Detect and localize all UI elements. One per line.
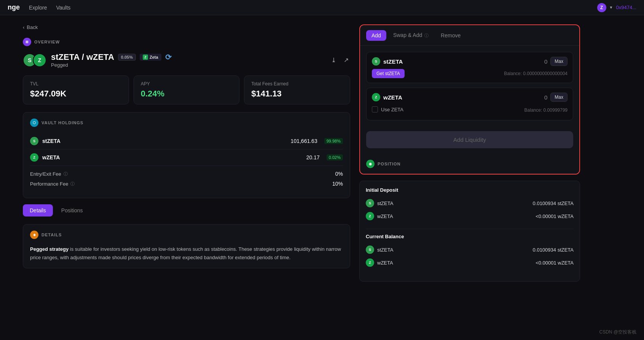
action-tab-add[interactable]: Add — [366, 30, 386, 41]
token-input-section: S stZETA Max Get stZETA Balance: 0.00000… — [360, 46, 579, 131]
position-section-icon: ◉ — [366, 160, 375, 168]
holdings-stzeta-pct: 99.98% — [324, 138, 343, 144]
vault-holdings-header: ⬡ VAULT HOLDINGS — [30, 119, 343, 127]
stzeta-input-icon: S — [372, 57, 380, 66]
arrows-icon: ⟳ — [165, 53, 172, 62]
use-zeta-row: Use ZETA — [372, 105, 403, 115]
stzeta-input-label: stZETA — [383, 58, 403, 65]
overview-section-label: OVERVIEW — [34, 40, 60, 44]
wzeta-max-button[interactable]: Max — [550, 93, 567, 102]
stzeta-balance-text: Balance: 0.0000000000000004 — [504, 71, 567, 76]
holdings-wzeta-amount: 20.17 — [306, 154, 320, 160]
nav-explore[interactable]: Explore — [29, 5, 47, 11]
pair-header: S Z stZETA / wZETA 0.05% Z Zeta ⟳ Pegged… — [23, 52, 350, 68]
initial-stzeta-label: stZETA — [377, 200, 393, 206]
main-container: ‹ Back ⊞ OVERVIEW S Z stZETA / wZETA 0.0… — [0, 15, 644, 291]
wallet-area: Z ▼ 0x9474... — [597, 3, 636, 12]
position-section-label: POSITION — [378, 162, 401, 166]
holdings-wzeta-pct: 0.02% — [327, 154, 343, 160]
position-content: Initial Deposit S stZETA 0.0100934 stZET… — [360, 181, 580, 281]
fees-card: Total Fees Earned $141.13 — [244, 75, 350, 104]
details-section: ◈ DETAILS Pegged strategy is suitable fo… — [23, 224, 350, 268]
back-label: Back — [27, 24, 38, 30]
holdings-wzeta-icon: Z — [30, 153, 38, 162]
tvl-value: $247.09K — [30, 89, 122, 99]
fee-badge: 0.05% — [118, 54, 136, 61]
watermark: CSDN @空投客栈 — [599, 329, 636, 335]
current-wzeta-icon: Z — [366, 258, 374, 267]
back-arrow-icon: ‹ — [23, 24, 24, 30]
vault-section-icon: ⬡ — [30, 119, 38, 127]
apy-value: 0.24% — [141, 89, 233, 99]
use-zeta-checkbox[interactable] — [372, 106, 378, 112]
tvl-card: TVL $247.09K — [23, 75, 129, 104]
performance-fee-info-icon[interactable]: ⓘ — [70, 181, 75, 187]
performance-fee-value: 10% — [332, 181, 343, 187]
position-section-header: ◉ POSITION — [360, 154, 579, 174]
stzeta-input-field[interactable] — [406, 58, 547, 65]
token-icons: S Z — [23, 53, 46, 67]
current-balance-wzeta-row: Z wZETA <0.00001 wZETA — [366, 256, 574, 269]
right-panel: Add Swap & Add ⓘ Remove S stZETA Max — [359, 24, 580, 282]
holdings-row-wzeta: Z wZETA 20.17 0.02% — [30, 149, 343, 166]
external-link-button[interactable]: ↗ — [342, 55, 350, 65]
stzeta-input-top: S stZETA Max — [372, 57, 567, 66]
add-liquidity-button[interactable]: Add Liquidity — [366, 131, 573, 148]
wzeta-input-label: wZETA — [383, 94, 402, 101]
position-section: Initial Deposit S stZETA 0.0100934 stZET… — [359, 181, 580, 282]
swap-add-info-icon: ⓘ — [424, 33, 429, 38]
pair-name: stZETA / wZETA 0.05% Z Zeta ⟳ — [51, 52, 325, 62]
holdings-stzeta-amount: 101,661.63 — [291, 138, 317, 144]
wzeta-input-icon: Z — [372, 93, 380, 101]
entry-fee-value: 0% — [335, 171, 343, 177]
action-tab-remove[interactable]: Remove — [435, 30, 466, 41]
current-stzeta-label: stZETA — [377, 247, 393, 253]
initial-wzeta-label: wZETA — [377, 213, 393, 219]
overview-section-icon: ⊞ — [23, 38, 31, 46]
wallet-address[interactable]: 0x9474... — [616, 5, 637, 10]
chain-badge: Z Zeta — [140, 54, 161, 61]
tvl-label: TVL — [30, 81, 122, 87]
entry-fee-label: Entry/Exit Fee — [30, 171, 61, 177]
wallet-icon: Z — [597, 3, 606, 12]
details-text: Pegged strategy is suitable for investor… — [30, 245, 343, 262]
get-stzeta-button[interactable]: Get stZETA — [372, 69, 405, 78]
tab-details[interactable]: Details — [23, 204, 53, 217]
details-section-header: ◈ DETAILS — [30, 231, 343, 239]
holdings-row-stzeta: S stZETA 101,661.63 99.98% — [30, 133, 343, 149]
wzeta-balance-text: Balance: 0.00999799 — [524, 107, 567, 113]
top-nav: nge Explore Vaults Z ▼ 0x9474... — [0, 0, 644, 15]
bookmark-button[interactable]: ⤓ — [330, 55, 338, 65]
wzeta-icon: Z — [33, 53, 46, 67]
wzeta-input-field[interactable] — [405, 94, 548, 101]
details-section-icon: ◈ — [30, 231, 38, 239]
tab-positions[interactable]: Positions — [54, 204, 90, 217]
details-text-normal: is suitable for investors seeking yield … — [30, 246, 341, 260]
stats-grid: TVL $247.09K APY 0.24% Total Fees Earned… — [23, 75, 350, 104]
entry-fee-info-icon[interactable]: ⓘ — [64, 171, 68, 177]
tabs-row: Details Positions — [23, 204, 350, 217]
app-logo: nge — [8, 3, 20, 11]
stzeta-input-bottom: Get stZETA Balance: 0.0000000000000004 — [372, 69, 567, 78]
left-panel: ‹ Back ⊞ OVERVIEW S Z stZETA / wZETA 0.0… — [23, 24, 350, 282]
initial-deposit-section: Initial Deposit S stZETA 0.0100934 stZET… — [366, 187, 574, 223]
current-stzeta-amount: 0.0100934 stZETA — [533, 247, 574, 253]
apy-card: APY 0.24% — [134, 75, 240, 104]
apy-label: APY — [141, 81, 233, 87]
back-link[interactable]: ‹ Back — [23, 24, 350, 30]
nav-vaults[interactable]: Vaults — [56, 5, 70, 11]
wallet-chevron[interactable]: ▼ — [609, 5, 613, 10]
initial-stzeta-amount: 0.0100934 stZETA — [533, 200, 574, 206]
action-tabs: Add Swap & Add ⓘ Remove — [360, 25, 579, 46]
initial-deposit-wzeta-row: Z wZETA <0.00001 wZETA — [366, 210, 574, 223]
action-tab-swap-add[interactable]: Swap & Add ⓘ — [388, 30, 434, 41]
stzeta-max-button[interactable]: Max — [550, 57, 567, 66]
wzeta-input-top: Z wZETA Max — [372, 93, 567, 102]
pair-name-text: stZETA / wZETA — [51, 52, 114, 62]
initial-deposit-title: Initial Deposit — [366, 187, 574, 193]
wzeta-input-row: Z wZETA Max Use ZETA Balance: 0.00999799 — [366, 88, 573, 120]
overview-section-header: ⊞ OVERVIEW — [23, 38, 350, 46]
initial-wzeta-amount: <0.00001 wZETA — [536, 213, 574, 219]
performance-fee-row: Performance Fee ⓘ 10% — [30, 179, 343, 189]
vault-holdings-section: ⬡ VAULT HOLDINGS S stZETA 101,661.63 99.… — [23, 112, 350, 198]
